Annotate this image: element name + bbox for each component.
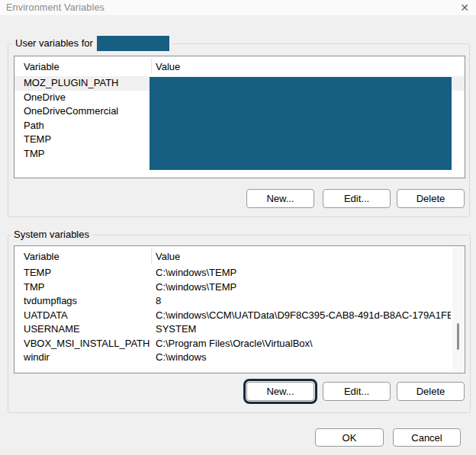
system-delete-button[interactable]: Delete [397, 382, 465, 401]
table-row[interactable]: USERNAME SYSTEM [14, 322, 465, 337]
system-col-value[interactable]: Value [156, 251, 180, 262]
system-edit-button[interactable]: Edit... [323, 382, 391, 401]
table-row[interactable]: TEMP C:\windows\TEMP [14, 266, 465, 280]
user-variables-table: Variable Value MOZ_PLUGIN_PATH OneDrive … [14, 56, 465, 178]
table-row[interactable]: UATDATA C:\windows\CCM\UATData\D9F8C395-… [14, 309, 465, 323]
row-value: C:\windows\CCM\UATData\D9F8C395-CAB8-491… [156, 309, 451, 323]
title-bar: Environment Variables ✕ [0, 0, 476, 15]
user-values-redaction-box [150, 77, 452, 170]
system-variables-legend: System variables [11, 227, 92, 241]
vertical-scrollbar[interactable] [452, 247, 464, 372]
cancel-button[interactable]: Cancel [393, 428, 461, 447]
row-variable: TMP [24, 280, 44, 295]
user-edit-button[interactable]: Edit... [323, 189, 391, 208]
row-variable: UATDATA [24, 309, 68, 323]
system-table-header: Variable Value [14, 246, 465, 266]
system-col-variable[interactable]: Variable [24, 251, 60, 262]
username-redaction-box [97, 36, 169, 51]
row-variable: windir [24, 351, 50, 365]
table-row[interactable]: windir C:\windows [14, 351, 465, 365]
user-new-button[interactable]: New... [246, 189, 314, 208]
row-value: C:\Program Files\Oracle\VirtualBox\ [156, 337, 451, 351]
row-variable: MOZ_PLUGIN_PATH [24, 76, 118, 91]
table-row[interactable]: VBOX_MSI_INSTALL_PATH C:\Program Files\O… [14, 337, 465, 351]
ok-button[interactable]: OK [315, 428, 384, 447]
row-variable: tvdumpflags [24, 294, 77, 309]
row-variable: OneDrive [24, 91, 66, 105]
row-value: C:\windows [156, 351, 451, 365]
system-table-body: TEMP C:\windows\TEMP TMP C:\windows\TEMP… [14, 266, 465, 373]
user-col-value[interactable]: Value [156, 61, 180, 72]
row-variable: USERNAME [24, 322, 80, 337]
table-row[interactable]: TMP C:\windows\TEMP [14, 280, 465, 295]
row-variable: Path [24, 119, 44, 133]
system-variables-legend-text: System variables [14, 229, 89, 240]
user-col-variable[interactable]: Variable [24, 61, 60, 72]
row-variable: VBOX_MSI_INSTALL_PATH [24, 337, 150, 351]
row-variable: OneDriveCommercial [24, 104, 118, 119]
row-value: 8 [156, 294, 451, 309]
table-row[interactable]: tvdumpflags 8 [14, 294, 465, 309]
user-variables-legend-text: User variables for [15, 37, 93, 49]
window-title: Environment Variables [6, 2, 105, 13]
user-variables-legend: User variables for [12, 35, 172, 51]
row-variable: TEMP [24, 266, 51, 280]
scrollbar-thumb[interactable] [457, 323, 459, 350]
user-delete-button[interactable]: Delete [397, 189, 465, 208]
row-variable: TMP [24, 147, 44, 162]
row-value: C:\windows\TEMP [156, 280, 451, 295]
column-separator[interactable] [151, 248, 152, 264]
user-table-header: Variable Value [14, 56, 465, 76]
row-value: SYSTEM [156, 322, 451, 337]
row-value: C:\windows\TEMP [156, 266, 451, 280]
system-new-button[interactable]: New... [246, 382, 314, 401]
row-variable: TEMP [24, 133, 51, 147]
system-variables-table: Variable Value TEMP C:\windows\TEMP TMP … [14, 245, 465, 373]
close-icon[interactable]: ✕ [458, 1, 471, 14]
column-separator[interactable] [151, 59, 152, 74]
